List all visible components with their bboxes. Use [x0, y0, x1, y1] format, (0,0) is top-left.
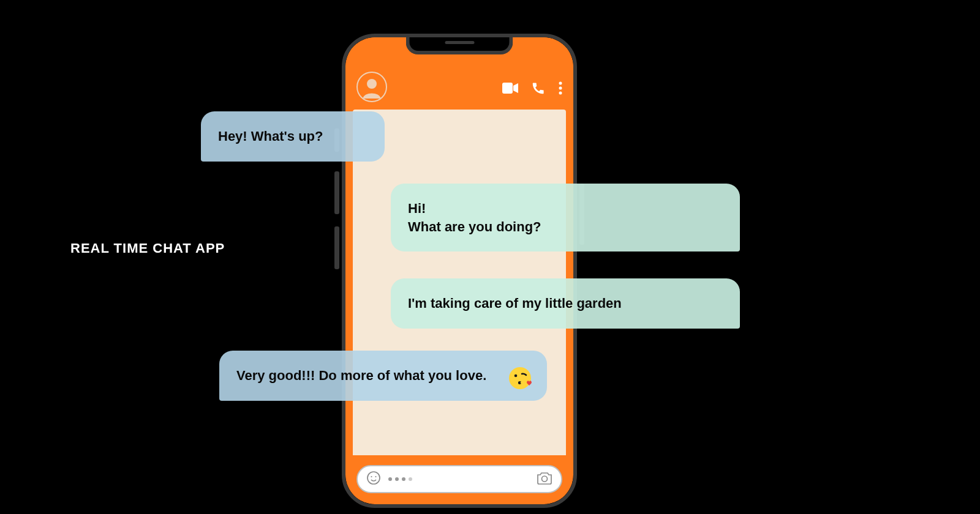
message-text: Very good!!! Do more of what you love.	[236, 368, 486, 383]
message-input-bar	[356, 465, 562, 493]
typing-dot	[402, 477, 405, 481]
svg-point-5	[368, 472, 380, 484]
svg-point-2	[559, 82, 562, 85]
phone-icon	[532, 86, 545, 97]
svg-point-0	[367, 79, 377, 89]
avatar[interactable]	[356, 72, 387, 102]
camera-icon	[537, 476, 552, 486]
user-silhouette-icon	[360, 75, 383, 99]
smile-icon	[366, 477, 381, 487]
svg-point-3	[559, 87, 562, 90]
emoji-picker-button[interactable]	[366, 471, 381, 488]
message-bubble-incoming: Hey! What's up?	[201, 111, 385, 162]
typing-dot	[409, 477, 412, 481]
svg-point-7	[375, 476, 376, 477]
phone-volume-up	[334, 171, 339, 214]
svg-point-10	[514, 374, 518, 377]
phone-screen	[345, 37, 573, 504]
phone-notch	[406, 36, 513, 54]
phone-speaker	[445, 41, 474, 44]
svg-point-9	[509, 367, 531, 389]
message-bubble-incoming: Very good!!! Do more of what you love.	[219, 351, 547, 401]
more-options-button[interactable]	[559, 81, 562, 97]
svg-point-4	[559, 92, 562, 95]
svg-rect-1	[502, 83, 513, 94]
message-bubble-outgoing: Hi! What are you doing?	[391, 184, 740, 251]
phone-frame	[342, 34, 577, 508]
message-text: I'm taking care of my little garden	[408, 296, 622, 311]
message-text: Hi! What are you doing?	[408, 201, 541, 234]
header-actions	[502, 81, 562, 102]
voice-call-button[interactable]	[532, 81, 545, 97]
more-vertical-icon	[559, 86, 562, 97]
camera-button[interactable]	[537, 471, 552, 487]
svg-point-6	[371, 476, 372, 477]
face-blowing-kiss-icon	[508, 365, 533, 391]
typing-dot	[388, 477, 392, 481]
video-icon	[502, 85, 518, 95]
page-title: REAL TIME CHAT APP	[70, 240, 225, 256]
message-input[interactable]	[388, 477, 529, 481]
svg-point-8	[542, 476, 548, 482]
video-call-button[interactable]	[502, 83, 518, 96]
message-text: Hey! What's up?	[218, 128, 323, 144]
message-bubble-outgoing: I'm taking care of my little garden	[391, 278, 740, 329]
phone-volume-down	[334, 226, 339, 269]
typing-dot	[395, 477, 399, 481]
